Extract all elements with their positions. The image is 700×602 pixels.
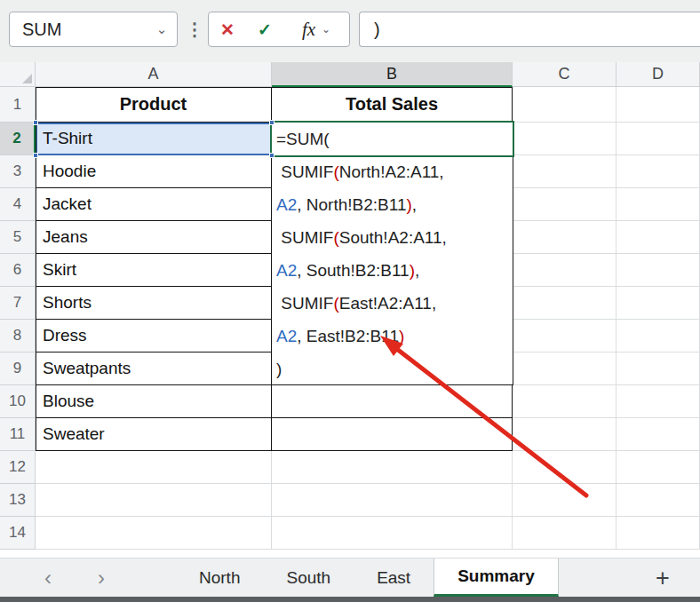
row-header-9[interactable]: 9 bbox=[0, 352, 36, 385]
row-header-12[interactable]: 12 bbox=[0, 451, 36, 484]
row-header-8[interactable]: 8 bbox=[0, 320, 36, 352]
formula-segment: =SUM( bbox=[276, 130, 330, 148]
cell-C6[interactable] bbox=[513, 254, 616, 287]
formula-line-1: =SUM( bbox=[272, 123, 513, 155]
cell-D11[interactable] bbox=[616, 418, 700, 451]
cell-D4[interactable] bbox=[616, 188, 700, 221]
cell-D10[interactable] bbox=[616, 385, 700, 418]
insert-function-button[interactable]: fx ⌄ bbox=[283, 19, 349, 41]
cancel-icon[interactable]: ✕ bbox=[209, 20, 246, 40]
formula-segment: SUMIF bbox=[276, 162, 333, 181]
reference-handle bbox=[33, 153, 38, 158]
cell-A6[interactable]: Skirt bbox=[36, 254, 272, 287]
cell-C2[interactable] bbox=[513, 123, 616, 155]
next-sheet-icon[interactable]: › bbox=[85, 558, 117, 598]
row-header-13[interactable]: 13 bbox=[0, 484, 36, 517]
column-header-A[interactable]: A bbox=[36, 62, 272, 87]
chevron-down-icon: ⌄ bbox=[322, 23, 330, 36]
formula-segment: A2 bbox=[276, 327, 297, 345]
prev-sheet-icon[interactable]: ‹ bbox=[32, 558, 64, 598]
cell-C1[interactable] bbox=[513, 87, 616, 123]
cell-A11[interactable]: Sweater bbox=[36, 418, 272, 451]
cell-C9[interactable] bbox=[513, 352, 616, 385]
cell-D7[interactable] bbox=[616, 287, 700, 320]
row-header-1[interactable]: 1 bbox=[0, 87, 36, 123]
cell-C13[interactable] bbox=[513, 484, 616, 517]
formula-line-3: A2, North!B2:B11), bbox=[272, 188, 513, 221]
formula-segment: A2 bbox=[276, 261, 297, 280]
formula-segment: ) bbox=[276, 360, 282, 378]
cell-C3[interactable] bbox=[513, 155, 616, 188]
cell-A4[interactable]: Jacket bbox=[36, 188, 272, 221]
row-header-5[interactable]: 5 bbox=[0, 221, 36, 254]
cell-D1[interactable] bbox=[616, 87, 700, 123]
cell-A8[interactable]: Dress bbox=[36, 320, 272, 352]
sheet-tab-north[interactable]: North bbox=[176, 558, 263, 597]
row-header-2[interactable]: 2 bbox=[0, 123, 36, 155]
formula-line-7: A2, East!B2:B11) bbox=[272, 320, 513, 352]
cell-B11[interactable] bbox=[272, 418, 513, 451]
name-box[interactable]: SUM ⌄ bbox=[9, 12, 178, 47]
column-header-B[interactable]: B bbox=[272, 62, 513, 87]
cell-D14[interactable] bbox=[616, 517, 700, 550]
row-header-6[interactable]: 6 bbox=[0, 254, 36, 287]
cell-D13[interactable] bbox=[616, 484, 700, 517]
cell-A7[interactable]: Shorts bbox=[36, 287, 272, 320]
row-header-4[interactable]: 4 bbox=[0, 188, 36, 221]
enter-icon[interactable]: ✓ bbox=[246, 20, 283, 40]
formula-segment: , East!B2:B11 bbox=[297, 327, 399, 345]
chevron-down-icon[interactable]: ⌄ bbox=[147, 21, 177, 37]
sheet-tab-south[interactable]: South bbox=[263, 558, 354, 597]
select-all-corner[interactable] bbox=[0, 62, 36, 87]
row-header-3[interactable]: 3 bbox=[0, 155, 36, 188]
cell-C4[interactable] bbox=[513, 188, 616, 221]
cell-C7[interactable] bbox=[513, 287, 616, 320]
formula-segment: South!A2:A11, bbox=[339, 228, 447, 247]
cell-B13[interactable] bbox=[272, 484, 513, 517]
cell-D12[interactable] bbox=[616, 451, 700, 484]
column-header-D[interactable]: D bbox=[616, 62, 700, 87]
formula-input[interactable]: ) bbox=[359, 12, 700, 47]
name-box-value: SUM bbox=[10, 20, 147, 40]
cell-B1[interactable]: Total Sales bbox=[272, 87, 513, 123]
sheet-tab-bar: ‹ › NorthSouthEastSummary + bbox=[0, 558, 700, 597]
cell-A13[interactable] bbox=[36, 484, 272, 517]
in-cell-editor[interactable]: =SUM( SUMIF(North!A2:A11,A2, North!B2:B1… bbox=[271, 123, 513, 385]
cell-A14[interactable] bbox=[36, 517, 272, 550]
cell-A3[interactable]: Hoodie bbox=[36, 155, 272, 188]
cell-D3[interactable] bbox=[616, 155, 700, 188]
cell-A2[interactable]: T-Shirt bbox=[36, 123, 272, 155]
row-header-14[interactable]: 14 bbox=[0, 517, 36, 550]
cell-C10[interactable] bbox=[513, 385, 616, 418]
row-header-10[interactable]: 10 bbox=[0, 385, 36, 418]
cell-D8[interactable] bbox=[616, 320, 700, 352]
cell-A1[interactable]: Product bbox=[36, 87, 272, 123]
sheet-tab-summary[interactable]: Summary bbox=[434, 558, 559, 597]
cell-B12[interactable] bbox=[272, 451, 513, 484]
cell-C8[interactable] bbox=[513, 320, 616, 352]
cell-D5[interactable] bbox=[616, 221, 700, 254]
row-header-7[interactable]: 7 bbox=[0, 287, 36, 320]
cell-A5[interactable]: Jeans bbox=[36, 221, 272, 254]
cell-A10[interactable]: Blouse bbox=[36, 385, 272, 418]
cell-D9[interactable] bbox=[616, 352, 700, 385]
cell-A12[interactable] bbox=[36, 451, 272, 484]
row-header-11[interactable]: 11 bbox=[0, 418, 36, 451]
formula-segment: ) bbox=[399, 327, 404, 345]
column-header-C[interactable]: C bbox=[513, 62, 616, 87]
formula-segment: East!A2:A11, bbox=[339, 294, 437, 313]
cell-B10[interactable] bbox=[272, 385, 513, 418]
sheet-tab-east[interactable]: East bbox=[354, 558, 434, 597]
add-sheet-button[interactable]: + bbox=[643, 558, 682, 598]
cell-D2[interactable] bbox=[616, 123, 700, 155]
cell-B14[interactable] bbox=[272, 517, 513, 550]
cell-A9[interactable]: Sweatpants bbox=[36, 352, 272, 385]
formula-segment: SUMIF bbox=[276, 228, 333, 247]
fx-icon: fx bbox=[302, 19, 315, 41]
cell-C14[interactable] bbox=[513, 517, 616, 550]
cell-D6[interactable] bbox=[616, 254, 700, 287]
cell-C11[interactable] bbox=[513, 418, 616, 451]
spreadsheet-app: SUM ⌄ ⋮ ✕ ✓ fx ⌄ ) ABCD12345678910111213… bbox=[0, 0, 700, 602]
cell-C5[interactable] bbox=[513, 221, 616, 254]
cell-C12[interactable] bbox=[513, 451, 616, 484]
